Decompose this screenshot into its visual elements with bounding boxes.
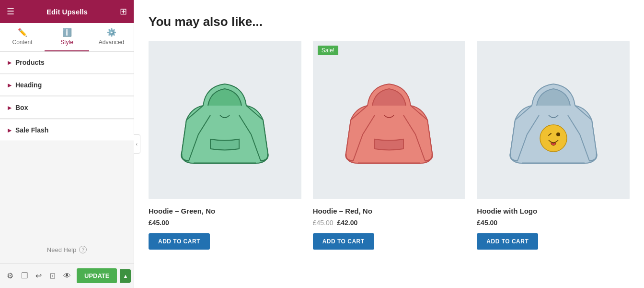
section-products-label: Products: [15, 59, 45, 66]
product-image-logo: [477, 41, 630, 199]
product-price-logo: £45.00: [477, 219, 630, 227]
collapse-handle[interactable]: ‹: [134, 134, 140, 154]
product-price-green: £45.00: [149, 219, 301, 227]
section-heading-label: Heading: [15, 81, 42, 89]
section-sale-flash-header[interactable]: ▶ Sale Flash: [0, 120, 134, 141]
price-current-red: £42.00: [337, 219, 357, 227]
need-help[interactable]: Need Help ?: [0, 236, 134, 263]
product-card-red: Sale!: [313, 41, 466, 250]
top-bar: ☰ Edit Upsells ⊞: [0, 0, 134, 23]
product-card-green: Hoodie – Green, No £45.00 ADD TO CART: [149, 41, 301, 250]
price-original-red: £45.00: [313, 219, 334, 227]
section-heading-header[interactable]: ▶ Heading: [0, 74, 134, 96]
help-icon: ?: [79, 246, 87, 253]
chevron-icon: ▶: [8, 128, 12, 133]
product-image-green: [149, 41, 301, 199]
product-name-logo: Hoodie with Logo: [477, 207, 630, 215]
style-icon: ℹ️: [62, 28, 72, 37]
settings-icon[interactable]: ⚙: [5, 269, 15, 282]
chevron-icon: ▶: [8, 105, 12, 110]
history-icon[interactable]: ⊡: [47, 269, 58, 282]
add-to-cart-logo[interactable]: ADD TO CART: [477, 233, 538, 250]
section-box: ▶ Box: [0, 97, 134, 119]
sidebar-sections: ▶ Products ▶ Heading ▶ Box ▶ Sale Flash: [0, 52, 134, 236]
main-content: You may also like...: [134, 0, 644, 288]
product-image-red: Sale!: [313, 41, 466, 199]
chevron-icon: ▶: [8, 60, 12, 65]
product-name-green: Hoodie – Green, No: [149, 207, 301, 215]
section-products-header[interactable]: ▶ Products: [0, 52, 134, 73]
undo-icon[interactable]: ↩: [34, 269, 44, 282]
menu-icon[interactable]: ☰: [7, 6, 14, 17]
add-to-cart-green[interactable]: ADD TO CART: [149, 233, 210, 250]
svg-point-1: [556, 132, 560, 136]
layers-icon[interactable]: ❐: [19, 269, 30, 282]
section-box-label: Box: [15, 104, 28, 111]
hoodie-image-green: [172, 58, 277, 182]
tab-content-label: Content: [12, 39, 32, 46]
sale-badge-red: Sale!: [318, 46, 338, 55]
bottom-bar: ⚙ ❐ ↩ ⊡ 👁 UPDATE ▲: [0, 263, 134, 288]
update-dropdown-button[interactable]: ▲: [120, 269, 131, 283]
product-name-red: Hoodie – Red, No: [313, 207, 466, 215]
hoodie-image-red: [336, 58, 442, 182]
product-price-red: £45.00 £42.00: [313, 219, 466, 227]
tab-content[interactable]: ✏️ Content: [0, 23, 45, 51]
svg-point-0: [540, 125, 567, 152]
section-heading: ▶ Heading: [0, 74, 134, 96]
products-grid: Hoodie – Green, No £45.00 ADD TO CART Sa…: [149, 41, 630, 250]
price-current-green: £45.00: [149, 219, 169, 227]
section-box-header[interactable]: ▶ Box: [0, 97, 134, 118]
hoodie-image-logo: [501, 58, 606, 182]
grid-icon[interactable]: ⊞: [120, 6, 127, 17]
page-title: You may also like...: [149, 14, 630, 29]
section-products: ▶ Products: [0, 52, 134, 73]
tab-style-label: Style: [60, 39, 73, 46]
section-sale-flash-label: Sale Flash: [15, 126, 48, 134]
update-button[interactable]: UPDATE: [77, 268, 117, 283]
tab-style[interactable]: ℹ️ Style: [45, 23, 89, 51]
sidebar: ☰ Edit Upsells ⊞ ✏️ Content ℹ️ Style ⚙️ …: [0, 0, 134, 288]
tab-advanced-label: Advanced: [99, 39, 124, 46]
edit-upsells-title: Edit Upsells: [46, 8, 88, 16]
tabs: ✏️ Content ℹ️ Style ⚙️ Advanced: [0, 23, 134, 52]
preview-icon[interactable]: 👁: [61, 270, 73, 282]
add-to-cart-red[interactable]: ADD TO CART: [313, 233, 374, 250]
price-current-logo: £45.00: [477, 219, 497, 227]
advanced-icon: ⚙️: [107, 28, 116, 37]
tab-advanced[interactable]: ⚙️ Advanced: [89, 23, 134, 51]
content-icon: ✏️: [18, 28, 27, 37]
section-sale-flash: ▶ Sale Flash: [0, 120, 134, 141]
need-help-label: Need Help: [47, 246, 76, 253]
chevron-icon: ▶: [8, 83, 12, 88]
product-card-logo: Hoodie with Logo £45.00 ADD TO CART: [477, 41, 630, 250]
